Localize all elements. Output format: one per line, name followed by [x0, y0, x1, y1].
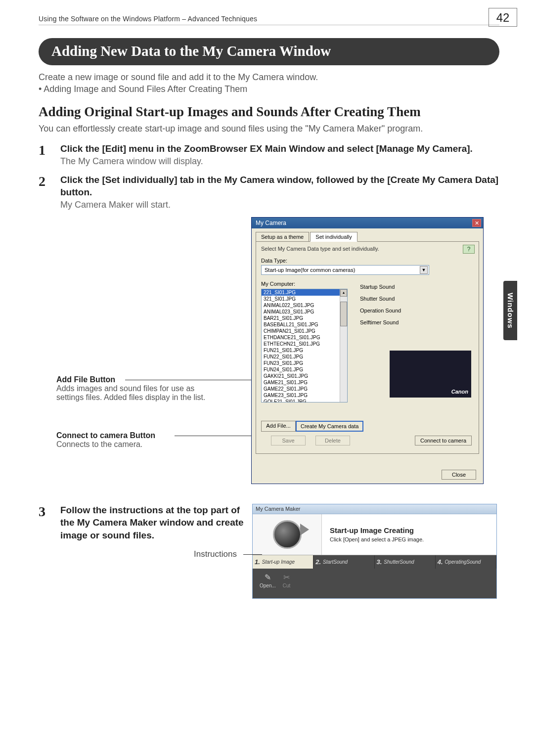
step-3: 3 Follow the instructions at the top par… [39, 504, 499, 599]
list-item[interactable]: BAR21_SI01.JPG [262, 315, 347, 321]
close-button[interactable]: Close [442, 470, 476, 480]
list-item[interactable]: ETHDANCE21_SI01.JPG [262, 334, 347, 341]
list-item[interactable]: GAME22_SI01.JPG [262, 386, 347, 392]
operation-sound-label: Operation Sound [360, 308, 471, 313]
scrollbar[interactable]: ▴ [340, 289, 347, 402]
callout-connect-title: Connect to camera Button [56, 431, 155, 440]
list-item[interactable]: BASEBALL21_SI01.JPG [262, 321, 347, 328]
list-item[interactable]: GAKKI21_SI01.JPG [262, 373, 347, 379]
list-item[interactable]: FUN23_SI01.JPG [262, 360, 347, 366]
tab-panel: Select My Camera Data type and set indiv… [256, 241, 479, 454]
callout-line [125, 380, 268, 380]
callout-line [243, 554, 262, 555]
list-item[interactable]: ETHTECHN21_SI01.JPG [262, 341, 347, 347]
shutter-sound-label: Shutter Sound [360, 296, 471, 302]
list-item[interactable]: FUN22_SI01.JPG [262, 354, 347, 360]
step-2-sub: My Camera Maker will start. [60, 200, 499, 210]
maker-heading: Start-up Image Creating [330, 526, 424, 534]
data-type-dropdown[interactable]: Start-up Image(for common cameras) ▼ [261, 265, 429, 275]
list-item[interactable]: FUN24_SI01.JPG [262, 366, 347, 373]
list-item[interactable]: CHIMPAN21_SI01.JPG [262, 328, 347, 334]
preview-image: Canon [390, 351, 471, 398]
maker-titlebar[interactable]: My Camera Maker [253, 504, 496, 514]
data-type-label: Data Type: [261, 258, 474, 264]
step-number: 1 [39, 142, 60, 167]
list-item[interactable]: GAME23_SI01.JPG [262, 392, 347, 399]
subsection-heading: Adding Original Start-up Images and Soun… [39, 104, 499, 120]
step-number: 2 [39, 174, 60, 210]
list-item[interactable]: 221_SI01.JPG [262, 289, 347, 296]
connect-to-camera-button[interactable]: Connect to camera [415, 436, 472, 445]
scroll-thumb[interactable] [340, 302, 347, 326]
step-1-title: Click the [Edit] menu in the ZoomBrowser… [60, 142, 499, 155]
step-1-sub: The My Camera window will display. [60, 156, 499, 167]
section-heading: Adding New Data to the My Camera Window [39, 38, 499, 65]
tab-num: 3. [377, 558, 382, 566]
list-item[interactable]: 321_SI01.JPG [262, 296, 347, 302]
add-file-button[interactable]: Add File... [261, 421, 296, 432]
list-item[interactable]: ANIMAL023_SI01.JPG [262, 309, 347, 315]
open-icon: ✎ [265, 573, 271, 582]
panel-description: Select My Camera Data type and set indiv… [261, 246, 474, 252]
brand-label: Canon [451, 389, 468, 395]
callout-add-file-title: Add File Button [56, 375, 115, 384]
lens-icon [253, 514, 322, 555]
tab-label: Start-up Image [262, 559, 295, 565]
side-tab-windows: Windows [503, 281, 517, 340]
open-tool[interactable]: ✎ Open... [260, 573, 276, 594]
tab-num: 1. [255, 558, 260, 566]
list-item[interactable]: GAME21_SI01.JPG [262, 379, 347, 386]
running-header: Using the Software on the Windows Platfo… [39, 15, 257, 23]
step-2: 2 Click the [Set individually] tab in th… [39, 174, 499, 210]
instructions-callout: Instructions [194, 549, 237, 559]
maker-sub: Click [Open] and select a JPEG image. [330, 536, 424, 542]
callout-connect-desc: Connects to the camera. [56, 440, 142, 448]
close-icon[interactable]: ✕ [472, 219, 481, 227]
list-item[interactable]: GOLF21_SI01.JPG [262, 399, 347, 402]
selftimer-sound-label: Selftimer Sound [360, 319, 471, 325]
page-number: 42 [489, 8, 517, 27]
tab-num: 4. [438, 558, 443, 566]
maker-instructions: Start-up Image Creating Click [Open] and… [253, 514, 496, 555]
maker-tab-operatingsound[interactable]: 4. OperatingSound [436, 555, 496, 569]
help-button[interactable]: ? [463, 245, 475, 254]
list-item[interactable]: FUN21_SI01.JPG [262, 347, 347, 354]
sound-labels: Startup Sound Shutter Sound Operation So… [360, 284, 471, 331]
tab-setup-theme[interactable]: Setup as a theme [256, 232, 309, 241]
cut-tool[interactable]: ✂ Cut [283, 573, 291, 594]
save-button[interactable]: Save [271, 436, 306, 445]
open-label: Open... [260, 583, 276, 588]
chevron-down-icon[interactable]: ▼ [420, 266, 428, 274]
tab-label: StartSound [323, 559, 348, 565]
tab-label: ShutterSound [384, 559, 414, 565]
tab-num: 2. [315, 558, 321, 566]
startup-sound-label: Startup Sound [360, 284, 471, 290]
mycamera-maker-dialog: My Camera Maker Start-up Image Creating … [252, 504, 497, 599]
tab-set-individually[interactable]: Set individually [310, 232, 357, 242]
intro-bullet: • Adding Image and Sound Files After Cre… [39, 83, 499, 95]
maker-tab-startsound[interactable]: 2. StartSound [313, 555, 374, 569]
create-mycamera-data-button[interactable]: Create My Camera data [296, 421, 363, 432]
figure-mycamera: Add File Button Adds images and sound fi… [39, 217, 499, 499]
subsection-body: You can effortlessly create start-up ima… [39, 123, 499, 134]
cut-label: Cut [283, 583, 291, 588]
mycamera-dialog: My Camera ✕ Setup as a theme Set individ… [251, 217, 484, 484]
step-1: 1 Click the [Edit] menu in the ZoomBrows… [39, 142, 499, 167]
maker-title: My Camera Maker [256, 506, 300, 512]
callout-connect: Connect to camera Button Connects to the… [56, 431, 220, 449]
dialog-titlebar[interactable]: My Camera ✕ [252, 218, 483, 228]
tab-label: OperatingSound [445, 559, 481, 565]
delete-button[interactable]: Delete [315, 436, 350, 445]
cut-icon: ✂ [283, 573, 290, 582]
step-2-title: Click the [Set individually] tab in the … [60, 174, 499, 199]
data-type-value: Start-up Image(for common cameras) [265, 267, 355, 273]
list-item[interactable]: ANIMAL022_SI01.JPG [262, 302, 347, 309]
maker-tab-shuttersound[interactable]: 3. ShutterSound [375, 555, 436, 569]
file-listbox[interactable]: 221_SI01.JPG321_SI01.JPGANIMAL022_SI01.J… [261, 289, 348, 402]
step-3-title: Follow the instructions at the top part … [60, 504, 248, 542]
maker-tab-startup-image[interactable]: 1. Start-up Image [253, 555, 313, 569]
scroll-up-icon[interactable]: ▴ [340, 289, 347, 297]
step-number: 3 [39, 504, 60, 599]
callout-add-file-desc: Adds images and sound files for use as s… [56, 384, 206, 401]
dialog-title: My Camera [256, 220, 286, 226]
